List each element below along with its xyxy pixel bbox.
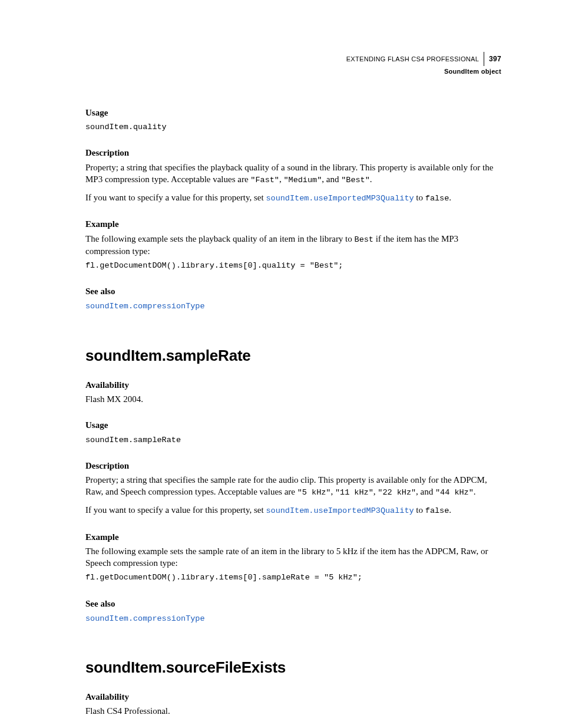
description-text: Property; a string that specifies the pl… [85,162,501,186]
example-code: fl.getDocumentDOM().library.items[0].qua… [85,261,501,271]
example-text: The following example sets the playback … [85,233,501,257]
text-run: , and [322,174,341,184]
usage-heading: Usage [85,107,501,118]
cross-ref-link[interactable]: soundItem.compressionType [85,302,205,311]
cross-ref-link[interactable]: soundItem.useImportedMP3Quality [266,194,414,203]
see-also-heading: See also [85,598,501,610]
inline-code: "Medium" [283,176,322,185]
text-run: , and [416,487,435,496]
usage-heading: Usage [85,419,501,431]
inline-code: "Best" [341,176,370,185]
see-also-links: soundItem.compressionType [85,299,501,312]
availability-text: Flash MX 2004. [85,393,501,405]
text-run: . [474,487,476,496]
example-heading: Example [85,531,501,543]
description-text: If you want to specify a value for this … [85,192,501,204]
text-run: to [414,505,425,515]
text-run: . [449,193,451,202]
example-heading: Example [85,218,501,230]
header-divider [484,52,484,66]
text-run: If you want to specify a value for this … [85,505,266,515]
page-header: EXTENDING FLASH CS4 PROFESSIONAL 397 Sou… [85,52,501,76]
inline-code: false [425,194,449,203]
usage-code: soundItem.sampleRate [85,435,501,446]
inline-code: "Fast" [250,176,279,185]
text-run: . [370,174,372,184]
cross-ref-link[interactable]: soundItem.compressionType [85,614,205,623]
doc-title: EXTENDING FLASH CS4 PROFESSIONAL [346,55,479,64]
inline-code: "5 kHz" [297,488,331,497]
see-also-links: soundItem.compressionType [85,612,501,624]
text-run: , [330,487,335,496]
inline-code: false [425,506,449,515]
text-run: . [449,505,451,515]
availability-text: Flash CS4 Professional. [85,705,501,717]
inline-code: "11 kHz" [335,488,373,497]
description-text: Property; a string that specifies the sa… [85,474,501,498]
description-heading: Description [85,460,501,472]
page-number: 397 [489,54,501,64]
inline-code: Best [355,235,373,244]
example-code: fl.getDocumentDOM().library.items[0].sam… [85,572,501,583]
text-run: If you want to specify a value for this … [85,193,266,202]
availability-heading: Availability [85,691,501,703]
description-text: If you want to specify a value for this … [85,504,501,516]
see-also-heading: See also [85,285,501,297]
description-heading: Description [85,147,501,159]
inline-code: "44 kHz" [435,488,474,497]
api-heading-samplerate: soundItem.sampleRate [85,345,501,366]
cross-ref-link[interactable]: soundItem.useImportedMP3Quality [266,506,414,515]
usage-code: soundItem.quality [85,122,501,133]
text-run: The following example sets the playback … [85,234,355,243]
inline-code: "22 kHz" [378,488,416,497]
text-run: to [414,193,425,202]
availability-heading: Availability [85,379,501,391]
api-heading-sourcefileexists: soundItem.sourceFileExists [85,657,501,678]
example-text: The following example sets the sample ra… [85,545,501,569]
section-label: SoundItem object [85,67,501,76]
